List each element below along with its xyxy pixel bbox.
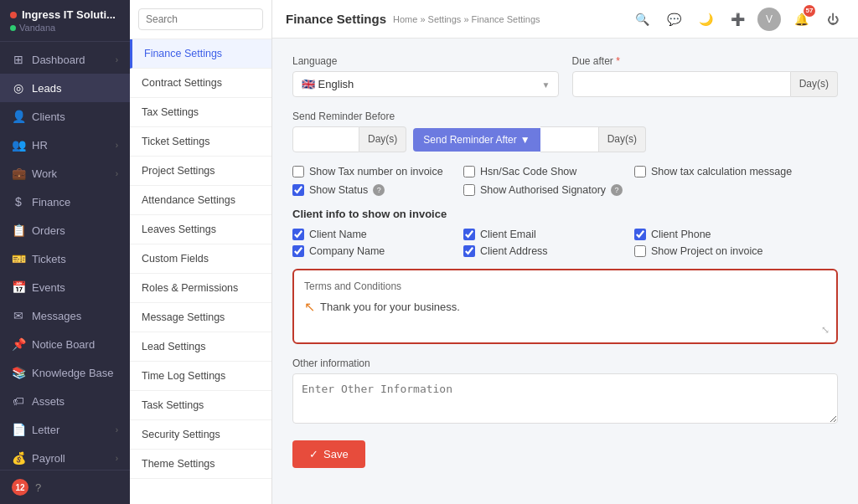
topbar-left: Finance Settings Home » Settings » Finan… xyxy=(286,12,540,26)
sidebar-item-leads[interactable]: ◎ Leads xyxy=(0,74,130,102)
sub-sidebar-item-finance-settings[interactable]: Finance Settings xyxy=(130,39,271,69)
online-indicator xyxy=(10,25,16,31)
due-after-input-wrap: 15 Day(s) xyxy=(572,71,839,97)
sidebar-label-noticeboard: Notice Board xyxy=(32,338,95,351)
sub-sidebar: Finance Settings Contract Settings Tax S… xyxy=(130,0,272,504)
show-status-label: Show Status xyxy=(309,184,368,196)
power-icon-btn[interactable]: ⏻ xyxy=(821,8,845,31)
avatar-btn[interactable]: V xyxy=(757,8,781,31)
sub-sidebar-item-roles-permissions[interactable]: Roles & Permissions xyxy=(130,274,271,303)
sub-sidebar-item-contract-settings[interactable]: Contract Settings xyxy=(130,69,271,98)
show-project-checkbox[interactable] xyxy=(634,245,646,257)
language-select[interactable]: 🇬🇧 English xyxy=(292,71,559,97)
client-address-label: Client Address xyxy=(480,245,548,257)
topbar: Finance Settings Home » Settings » Finan… xyxy=(272,0,858,39)
checkbox-item-client-address: Client Address xyxy=(463,245,614,257)
sub-sidebar-item-ticket-settings[interactable]: Ticket Settings xyxy=(130,127,271,157)
show-status-help-icon[interactable]: ? xyxy=(373,184,385,196)
show-status-checkbox[interactable] xyxy=(292,184,304,196)
client-checkbox-row-2: Company Name Client Address Show Project… xyxy=(292,245,838,257)
save-label: Save xyxy=(323,448,349,460)
sub-sidebar-item-message-settings[interactable]: Message Settings xyxy=(130,303,271,332)
sub-sidebar-item-time-log-settings[interactable]: Time Log Settings xyxy=(130,362,271,391)
sidebar-item-dashboard[interactable]: ⊞ Dashboard › xyxy=(0,45,130,74)
sub-sidebar-item-lead-settings[interactable]: Lead Settings xyxy=(130,332,271,362)
sub-sidebar-item-tax-settings[interactable]: Tax Settings xyxy=(130,98,271,127)
checkbox-item-hsn: Hsn/Sac Code Show xyxy=(463,166,614,177)
sidebar-item-clients[interactable]: 👤 Clients xyxy=(0,102,130,131)
noticeboard-icon: 📌 xyxy=(12,337,25,351)
reminder-after-button[interactable]: Send Reminder After ▼ xyxy=(413,128,540,152)
reminder-after-input[interactable]: 0 xyxy=(540,126,599,152)
client-phone-checkbox[interactable] xyxy=(634,229,646,240)
help-icon[interactable]: ? xyxy=(35,481,41,494)
company-name-checkbox[interactable] xyxy=(292,245,304,257)
client-name-checkbox[interactable] xyxy=(292,229,304,240)
sidebar-item-assets[interactable]: 🏷 Assets xyxy=(0,387,130,415)
sub-sidebar-search-input[interactable] xyxy=(138,8,263,30)
sub-sidebar-item-leaves-settings[interactable]: Leaves Settings xyxy=(130,215,271,244)
hr-icon: 👥 xyxy=(12,138,25,152)
chevron-icon: › xyxy=(116,425,118,435)
other-info-textarea[interactable] xyxy=(292,373,838,424)
client-info-title: Client info to show on invoice xyxy=(292,208,838,220)
sidebar-item-knowledge[interactable]: 📚 Knowledge Base xyxy=(0,358,130,387)
client-email-label: Client Email xyxy=(480,229,536,240)
sidebar-brand: Ingress IT Soluti... xyxy=(10,8,120,21)
topbar-icons: 🔍 💬 🌙 ➕ V 🔔 57 ⏻ xyxy=(630,8,845,31)
sidebar-label-knowledge: Knowledge Base xyxy=(32,367,114,379)
language-select-wrap: 🇬🇧 English ▼ xyxy=(292,71,559,97)
language-label: Language xyxy=(292,55,559,67)
sub-sidebar-item-custom-fields[interactable]: Custom Fields xyxy=(130,244,271,274)
checkbox-item-show-project: Show Project on invoice xyxy=(634,245,785,257)
search-icon-btn[interactable]: 🔍 xyxy=(630,8,654,31)
show-tax-calc-checkbox[interactable] xyxy=(634,166,646,177)
show-tax-number-checkbox[interactable] xyxy=(292,166,304,177)
reminder-before-input-wrap: 0 Day(s) xyxy=(292,126,406,152)
chevron-icon: › xyxy=(116,55,118,64)
show-authorised-checkbox[interactable] xyxy=(463,184,475,196)
sidebar-item-messages[interactable]: ✉ Messages xyxy=(0,301,130,330)
sidebar-item-hr[interactable]: 👥 HR › xyxy=(0,131,130,159)
save-button[interactable]: ✓ Save xyxy=(292,440,365,468)
show-authorised-help-icon[interactable]: ? xyxy=(611,184,623,196)
page-title: Finance Settings xyxy=(286,12,386,26)
reminder-before-suffix: Day(s) xyxy=(359,126,406,152)
sidebar-label-clients: Clients xyxy=(32,111,65,123)
client-address-checkbox[interactable] xyxy=(463,245,475,257)
chevron-icon: › xyxy=(116,454,118,463)
sidebar-item-noticeboard[interactable]: 📌 Notice Board xyxy=(0,330,130,358)
sub-sidebar-item-task-settings[interactable]: Task Settings xyxy=(130,391,271,420)
notification-icon-btn[interactable]: 🔔 57 xyxy=(789,8,813,31)
sidebar-item-events[interactable]: 📅 Events xyxy=(0,273,130,301)
due-after-group: Due after * 15 Day(s) xyxy=(572,55,839,97)
reminder-before-input[interactable]: 0 xyxy=(292,126,359,152)
sidebar-item-finance[interactable]: $ Finance xyxy=(0,188,130,216)
client-email-checkbox[interactable] xyxy=(463,229,475,240)
sidebar-label-events: Events xyxy=(32,281,65,294)
brand-name: Ingress IT Soluti... xyxy=(22,8,116,21)
other-info-label: Other information xyxy=(292,357,838,369)
moon-icon-btn[interactable]: 🌙 xyxy=(694,8,717,31)
dashboard-icon: ⊞ xyxy=(12,53,25,66)
chat-icon-btn[interactable]: 💬 xyxy=(662,8,685,31)
sidebar-item-tickets[interactable]: 🎫 Tickets xyxy=(0,244,130,273)
sidebar-item-orders[interactable]: 📋 Orders xyxy=(0,216,130,244)
hsn-sac-checkbox[interactable] xyxy=(463,166,475,177)
reminder-before-group: Send Reminder Before 0 Day(s) Send Remin… xyxy=(292,111,838,152)
sub-sidebar-item-theme-settings[interactable]: Theme Settings xyxy=(130,450,271,479)
sub-sidebar-item-security-settings[interactable]: Security Settings xyxy=(130,420,271,450)
sidebar: Ingress IT Soluti... Vandana ⊞ Dashboard… xyxy=(0,0,130,504)
sub-sidebar-item-attendance-settings[interactable]: Attendance Settings xyxy=(130,186,271,215)
plus-icon-btn[interactable]: ➕ xyxy=(726,8,749,31)
sidebar-label-hr: HR xyxy=(32,139,48,152)
sidebar-item-payroll[interactable]: 💰 Payroll › xyxy=(0,444,130,470)
sidebar-item-letter[interactable]: 📄 Letter › xyxy=(0,415,130,444)
due-after-suffix: Day(s) xyxy=(791,71,838,97)
checkbox-item-client-phone: Client Phone xyxy=(634,229,785,240)
sidebar-item-work[interactable]: 💼 Work › xyxy=(0,159,130,188)
hsn-sac-label: Hsn/Sac Code Show xyxy=(480,166,576,177)
checkbox-row-1: Show Tax number on invoice Hsn/Sac Code … xyxy=(292,166,838,177)
sub-sidebar-item-project-settings[interactable]: Project Settings xyxy=(130,157,271,186)
due-after-input[interactable]: 15 xyxy=(572,71,791,97)
